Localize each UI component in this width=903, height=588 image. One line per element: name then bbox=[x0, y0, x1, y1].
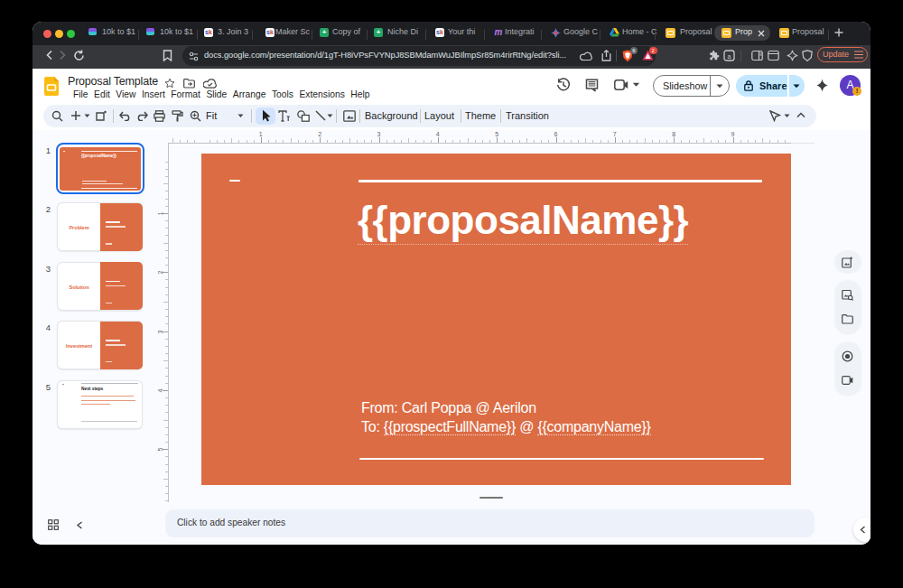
svg-text:a: a bbox=[728, 52, 731, 59]
